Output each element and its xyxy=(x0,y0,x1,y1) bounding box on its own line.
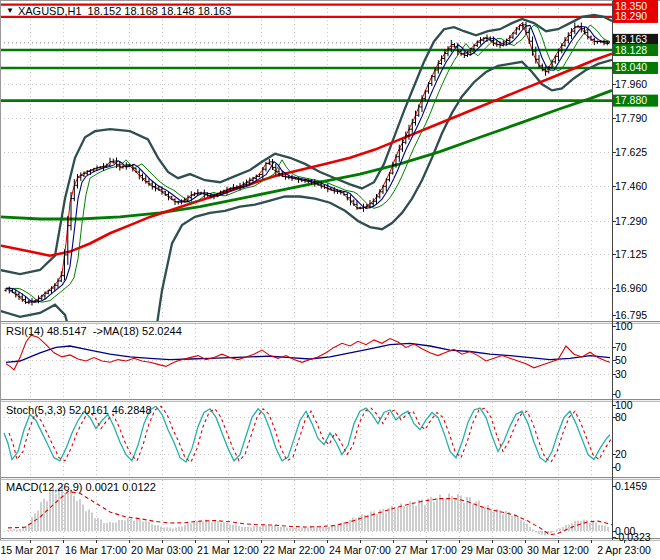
price-axis-label: 17.625 xyxy=(615,146,647,158)
trading-chart-window: 17.96017.79017.62517.46017.29017.12516.9… xyxy=(0,0,660,560)
time-axis-label: 20 Mar 03:00 xyxy=(131,544,193,556)
macd-histogram xyxy=(8,486,608,536)
time-axis: 15 Mar 201716 Mar 17:0020 Mar 03:0021 Ma… xyxy=(1,540,651,556)
time-axis-label: 2 Apr 23:00 xyxy=(597,544,651,556)
symbol-ohlc-title: XAGUSD,H1 18.152 18.168 18.148 18.163 xyxy=(18,5,231,17)
price-axis-label: 17.790 xyxy=(615,112,647,124)
price-axis-label: 17.880 xyxy=(615,94,647,106)
price-axis: 17.96017.79017.62517.46017.29017.12516.9… xyxy=(612,0,658,543)
time-axis-label: 16 Mar 17:00 xyxy=(65,544,127,556)
price-axis-label: 50 xyxy=(615,354,627,366)
price-axis-label: -0.0323 xyxy=(615,531,651,543)
time-axis-label: 21 Mar 12:00 xyxy=(197,544,259,556)
time-axis-label: 24 Mar 07:00 xyxy=(329,544,391,556)
price-axis-label: 18.128 xyxy=(615,44,647,56)
time-axis-label: 22 Mar 22:00 xyxy=(263,544,325,556)
price-axis-label: 30 xyxy=(615,368,627,380)
price-axis-label: 80 xyxy=(615,411,627,423)
price-axis-label: 17.125 xyxy=(615,248,647,260)
price-axis-label: 0 xyxy=(615,461,621,473)
thin-ma-red-line xyxy=(6,23,610,303)
price-axis-label: 100 xyxy=(615,320,633,332)
time-axis-label: 29 Mar 03:00 xyxy=(461,544,523,556)
price-axis-label: 16.960 xyxy=(615,282,647,294)
price-axis-label: 100 xyxy=(615,399,633,411)
rsi-indicator-label: RSI(14) 48.5147 ->MA(18) 52.0244 xyxy=(6,325,182,337)
panel-separators xyxy=(0,0,660,541)
time-axis-label: 15 Mar 2017 xyxy=(1,544,60,556)
price-axis-label: 20 xyxy=(615,448,627,460)
rsi-ma-line xyxy=(6,343,610,362)
main-panel xyxy=(0,0,612,399)
time-axis-label: 27 Mar 17:00 xyxy=(395,544,457,556)
dropdown-arrow-icon[interactable]: ▼ xyxy=(6,7,14,15)
price-axis-label: 17.960 xyxy=(615,78,647,90)
rsi-line xyxy=(6,335,610,370)
price-axis-label: 16.795 xyxy=(615,309,647,321)
price-axis-label: 18.290 xyxy=(615,10,647,22)
time-axis-label: 30 Mar 12:00 xyxy=(527,544,589,556)
price-axis-label: 17.460 xyxy=(615,180,647,192)
price-axis-label: 0.1459 xyxy=(615,480,647,492)
slow-ma-line xyxy=(0,90,612,219)
chart-title-bar: ▼ XAGUSD,H1 18.152 18.168 18.148 18.163 xyxy=(6,5,231,17)
price-axis-label: 17.290 xyxy=(615,215,647,227)
price-axis-label: 70 xyxy=(615,341,627,353)
chart-canvas[interactable]: 17.96017.79017.62517.46017.29017.12516.9… xyxy=(0,0,660,560)
stoch-indicator-label: Stoch(5,3,3) 52.0161 46.2848 xyxy=(6,404,152,416)
bollinger-upper-line xyxy=(0,15,612,274)
macd-indicator-label: MACD(12,26,9) 0.0021 0.0122 xyxy=(6,481,156,493)
price-axis-label: 18.040 xyxy=(615,61,647,73)
